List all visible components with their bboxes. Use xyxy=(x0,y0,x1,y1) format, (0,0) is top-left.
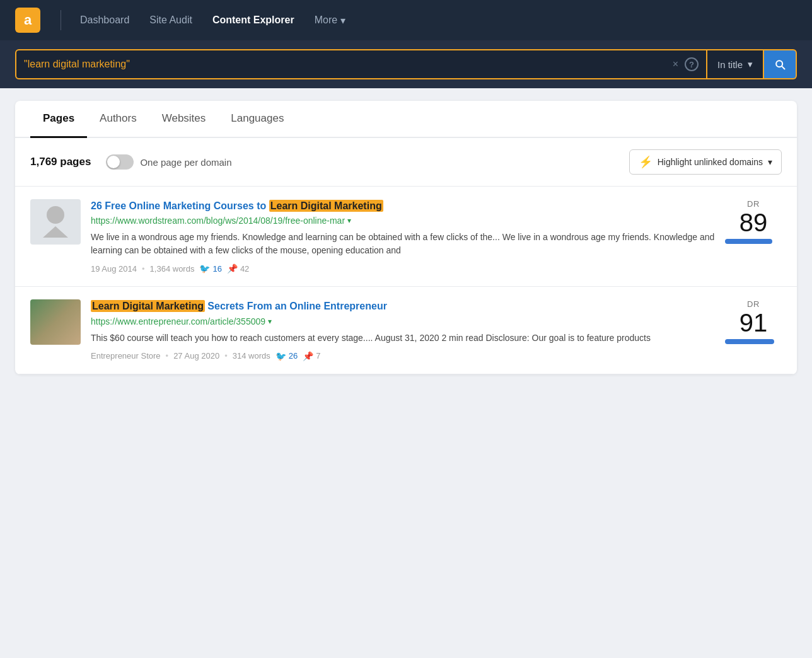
person-icon xyxy=(47,206,64,224)
pinterest-meta-1: 📌 42 xyxy=(227,263,249,274)
result-thumbnail-1 xyxy=(30,199,81,245)
result-author-2: Entrepreneur Store xyxy=(91,351,161,361)
top-navigation: a Dashboard Site Audit Content Explorer … xyxy=(0,0,812,40)
dr-bar-2 xyxy=(725,339,774,344)
dr-value-2: 91 xyxy=(725,310,782,335)
nav-link-dashboard[interactable]: Dashboard xyxy=(71,9,138,31)
main-content: Pages Authors Websites Languages 1,769 p… xyxy=(0,88,812,387)
search-filter-dropdown[interactable]: In title ▾ xyxy=(707,49,764,79)
twitter-icon-1: 🐦 xyxy=(199,263,210,274)
highlight-btn-label: Highlight unlinked domains xyxy=(658,157,763,167)
result-url-2[interactable]: https://www.entrepreneur.com/article/355… xyxy=(91,316,715,326)
url-dropdown-icon-1[interactable]: ▾ xyxy=(347,216,351,225)
filter-label: In title xyxy=(717,59,743,70)
pinterest-count-1: 42 xyxy=(240,264,249,274)
toggle-knob xyxy=(107,156,120,168)
result-words-1: 1,364 words xyxy=(150,264,195,274)
result-title-2: Learn Digital Marketing Secrets From an … xyxy=(91,299,715,313)
title-highlight-2: Learn Digital Marketing xyxy=(91,300,205,312)
highlight-icon: ⚡ xyxy=(639,155,652,169)
pinterest-count-2: 7 xyxy=(316,351,320,361)
toggle-label: One page per domain xyxy=(140,157,231,168)
meta-dot-2b: • xyxy=(224,351,228,361)
result-date-2: 27 Aug 2020 xyxy=(173,351,219,361)
result-url-1[interactable]: https://www.wordstream.com/blog/ws/2014/… xyxy=(91,216,715,226)
twitter-meta-1: 🐦 16 xyxy=(199,263,221,274)
logo-text: a xyxy=(24,12,32,28)
title-pre-1: 26 Free Online Marketing Courses to xyxy=(91,200,269,211)
url-dropdown-icon-2[interactable]: ▾ xyxy=(268,317,272,326)
pinterest-meta-2: 📌 7 xyxy=(303,351,320,361)
dr-label-2: DR xyxy=(725,299,782,309)
meta-dot-1: • xyxy=(142,264,145,274)
search-help-icon[interactable]: ? xyxy=(685,57,699,71)
search-query-text: "learn digital marketing" xyxy=(24,59,668,70)
tab-languages[interactable]: Languages xyxy=(218,101,296,138)
highlight-unlinked-button[interactable]: ⚡ Highlight unlinked domains ▾ xyxy=(629,149,782,175)
placeholder-image-1 xyxy=(30,199,81,245)
pages-count: 1,769 pages xyxy=(30,156,91,168)
nav-divider xyxy=(61,10,61,30)
twitter-icon-2: 🐦 xyxy=(276,351,286,361)
article-image-2 xyxy=(30,299,81,345)
dr-value-1: 89 xyxy=(725,210,782,235)
result-words-2: 314 words xyxy=(233,351,270,361)
url-text-1: https://www.wordstream.com/blog/ws/2014/… xyxy=(91,216,345,226)
pinterest-icon-2: 📌 xyxy=(303,351,313,361)
title-post-2: Secrets From an Online Entrepreneur xyxy=(205,301,387,311)
dr-bar-1 xyxy=(725,239,772,244)
result-dr-1: DR 89 xyxy=(725,199,782,244)
result-snippet-2: This $60 course will teach you how to re… xyxy=(91,332,715,345)
twitter-count-1: 16 xyxy=(212,264,221,274)
tabs-header: Pages Authors Websites Languages xyxy=(15,101,797,138)
result-date-1: 19 Aug 2014 xyxy=(91,264,137,274)
nav-link-contentexplorer[interactable]: Content Explorer xyxy=(204,9,303,31)
results-card: Pages Authors Websites Languages 1,769 p… xyxy=(15,101,797,374)
mountain-icon xyxy=(43,226,68,238)
result-thumbnail-2 xyxy=(30,299,81,345)
nav-more-menu[interactable]: More ▾ xyxy=(306,9,354,32)
one-page-per-domain-toggle[interactable] xyxy=(106,154,134,170)
pinterest-icon-1: 📌 xyxy=(227,263,238,274)
nav-links: Dashboard Site Audit Content Explorer Mo… xyxy=(71,9,354,32)
search-button[interactable] xyxy=(764,49,797,79)
logo[interactable]: a xyxy=(15,8,40,33)
result-meta-2: Entrepreneur Store • 27 Aug 2020 • 314 w… xyxy=(91,351,715,361)
chevron-down-icon: ▾ xyxy=(748,59,753,70)
tab-websites[interactable]: Websites xyxy=(149,101,219,138)
search-icon xyxy=(774,58,786,71)
result-item: 26 Free Online Marketing Courses to Lear… xyxy=(15,187,797,287)
result-dr-2: DR 91 xyxy=(725,299,782,344)
twitter-meta-2: 🐦 26 xyxy=(276,351,298,361)
domain-toggle-wrap: One page per domain xyxy=(106,154,231,170)
tab-authors[interactable]: Authors xyxy=(87,101,149,138)
result-meta-1: 19 Aug 2014 • 1,364 words 🐦 16 📌 42 xyxy=(91,263,715,274)
clear-search-button[interactable]: × xyxy=(673,59,678,70)
toolbar: 1,769 pages One page per domain ⚡ Highli… xyxy=(15,138,797,187)
chevron-down-icon: ▾ xyxy=(768,157,772,167)
tab-pages[interactable]: Pages xyxy=(30,101,87,138)
twitter-count-2: 26 xyxy=(289,351,298,361)
search-input-wrap: "learn digital marketing" × ? xyxy=(15,49,707,79)
result-item-2: Learn Digital Marketing Secrets From an … xyxy=(15,287,797,374)
url-text-2: https://www.entrepreneur.com/article/355… xyxy=(91,316,265,326)
dr-label-1: DR xyxy=(725,199,782,209)
nav-link-siteaudit[interactable]: Site Audit xyxy=(141,9,201,31)
nav-more-label: More xyxy=(315,14,337,26)
chevron-down-icon: ▾ xyxy=(340,14,345,26)
result-body-2: Learn Digital Marketing Secrets From an … xyxy=(91,299,715,361)
result-title-1: 26 Free Online Marketing Courses to Lear… xyxy=(91,199,715,213)
title-highlight-1: Learn Digital Marketing xyxy=(269,200,383,212)
meta-dot-2: • xyxy=(166,351,169,361)
search-icons: × ? xyxy=(673,57,699,71)
result-body-1: 26 Free Online Marketing Courses to Lear… xyxy=(91,199,715,274)
result-snippet-1: We live in a wondrous age my friends. Kn… xyxy=(91,231,715,257)
search-bar-row: "learn digital marketing" × ? In title ▾ xyxy=(0,40,812,88)
